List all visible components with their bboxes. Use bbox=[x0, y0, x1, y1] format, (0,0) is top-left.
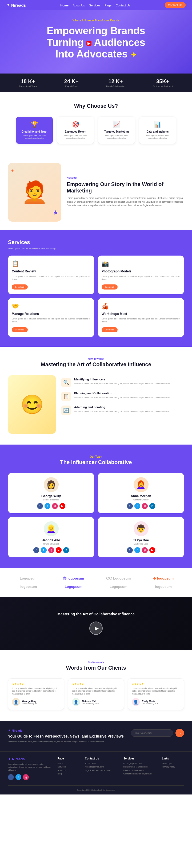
why-card-3[interactable]: 📊 Data and Insights Lorem ipsum dolor si… bbox=[139, 117, 176, 144]
service-icon-3: 🎪 bbox=[102, 303, 180, 310]
team-role-2: Brand Strategist bbox=[43, 542, 59, 545]
stat-customers: 35K+ Customers Reviewed bbox=[153, 78, 173, 87]
footer-page-blog[interactable]: Blog bbox=[57, 773, 80, 775]
logo-5: Logopsum bbox=[65, 585, 82, 589]
service-text-2: Lorem ipsum dolor sit amet, consectetur … bbox=[12, 317, 90, 323]
footer-copyright: Copyright 2023 @nireads all right reserv… bbox=[8, 789, 184, 791]
play-button[interactable]: ▶ bbox=[89, 622, 103, 635]
why-card-icon-0: 🏆 bbox=[19, 121, 50, 128]
newsletter-brand: ✦ Nireads bbox=[8, 729, 125, 732]
about-image: 🧑‍🦰 ★ ✦ bbox=[8, 163, 61, 222]
service-btn-3[interactable]: See detail bbox=[102, 327, 118, 332]
hero-tagline: Where Influence Transforms Brands bbox=[11, 19, 181, 22]
social-fb-0[interactable]: f bbox=[37, 503, 43, 509]
service-text-1: Lorem ipsum dolor sit amet, consectetur … bbox=[102, 275, 180, 281]
testimonial-role-2: Ceo Marketing BCK bbox=[142, 703, 158, 704]
hero-line1: Empowering Brands bbox=[47, 25, 145, 36]
why-cards-container: 🏆 Credibility and Trust Lorem ipsum dolo… bbox=[8, 117, 184, 144]
service-icon-1: 📸 bbox=[102, 260, 180, 267]
nav-contact[interactable]: Contact Us bbox=[116, 4, 130, 7]
service-title-3: Workshops Meet bbox=[102, 312, 180, 316]
team-avatar-2: 👱‍♀️ bbox=[44, 521, 59, 536]
footer-service-1[interactable]: Relationship Management bbox=[123, 766, 157, 768]
social-tw-0[interactable]: t bbox=[44, 503, 50, 509]
social-ig-3[interactable]: ig bbox=[142, 547, 148, 553]
social-ig-0[interactable]: ig bbox=[52, 503, 58, 509]
logo-4: logopsum bbox=[20, 585, 37, 589]
testimonial-card-2: ★★★★★ Lorem ipsum dolor sit amet, consec… bbox=[128, 679, 184, 710]
footer: ✦ Nireads Lorem ipsum dolor sit amet, co… bbox=[0, 751, 192, 795]
why-card-1[interactable]: 🎯 Expanded Reach Lorem ipsum dolor sit a… bbox=[57, 117, 94, 144]
stat-label-3: Customers Reviewed bbox=[153, 85, 173, 87]
social-tw-1[interactable]: t bbox=[135, 503, 140, 509]
nav-page[interactable]: Page bbox=[105, 4, 111, 7]
footer-social-fb[interactable]: f bbox=[8, 774, 14, 780]
newsletter-email-input[interactable] bbox=[131, 729, 173, 737]
social-yt-2[interactable]: ▶ bbox=[56, 547, 62, 553]
why-card-title-0: Credibility and Trust bbox=[19, 130, 50, 133]
footer-page-home[interactable]: Home bbox=[57, 762, 80, 765]
how-sub-label: How it works bbox=[8, 358, 184, 360]
how-steps: 🔍 Identifying Influencers Lorem ipsum do… bbox=[61, 378, 184, 415]
footer-service-2[interactable]: Influencer Workshops bbox=[123, 769, 157, 772]
footer-page-services[interactable]: Services bbox=[57, 766, 80, 768]
navbar: ✦ Nireads Home About Us Services Page Co… bbox=[0, 0, 192, 10]
service-btn-2[interactable]: See detail bbox=[12, 327, 28, 332]
team-socials-3: f t ig ▶ bbox=[127, 547, 155, 553]
how-title: Mastering the Art of Collaborative Influ… bbox=[8, 362, 184, 368]
service-card-2: 🤝 Manage Relations Lorem ipsum dolor sit… bbox=[8, 298, 94, 337]
footer-social-ig[interactable]: ig bbox=[23, 774, 29, 780]
nav-home[interactable]: Home bbox=[60, 4, 69, 7]
team-name-2: Jennita Allo bbox=[42, 538, 60, 542]
social-yt-0[interactable]: ▶ bbox=[60, 503, 65, 509]
social-ig-1[interactable]: ig bbox=[142, 503, 148, 509]
social-ig-2[interactable]: ig bbox=[48, 547, 54, 553]
why-card-text-0: Lorem ipsum dolor sit amet consectetur a… bbox=[19, 134, 50, 140]
hero-line3: Audiences bbox=[94, 37, 145, 48]
footer-social-tw[interactable]: t bbox=[15, 774, 21, 780]
footer-contact-col: Contact Us +1 3219242 nireads@gmail.com … bbox=[85, 757, 118, 780]
newsletter-submit-button[interactable]: → bbox=[176, 729, 184, 737]
stat-label-2: Brand Collaboration bbox=[106, 85, 125, 87]
logo-0: Logopsum bbox=[20, 576, 37, 580]
social-yt-3[interactable]: ▶ bbox=[149, 547, 155, 553]
why-card-text-1: Lorem ipsum dolor sit amet consectetur a… bbox=[60, 134, 91, 140]
about-person-emoji: 🧑‍🦰 bbox=[21, 182, 48, 203]
service-text-0: Lorem ipsum dolor sit amet, consectetur … bbox=[12, 275, 90, 281]
why-section-title: Why Choose Us? bbox=[8, 103, 184, 109]
service-text-3: Lorem ipsum dolor sit amet, consectetur … bbox=[102, 317, 180, 323]
social-in-2[interactable]: in bbox=[63, 547, 69, 553]
footer-service-3[interactable]: Content Review and Approval bbox=[123, 773, 157, 775]
footer-brand-icon: ✦ bbox=[8, 757, 11, 761]
service-btn-0[interactable]: See detail bbox=[12, 284, 28, 289]
social-fb-2[interactable]: f bbox=[33, 547, 39, 553]
social-tw-3[interactable]: t bbox=[135, 547, 140, 553]
why-card-0[interactable]: 🏆 Credibility and Trust Lorem ipsum dolo… bbox=[16, 117, 53, 144]
brand-logo[interactable]: ✦ Nireads bbox=[6, 3, 26, 7]
testimonial-text-2: Lorem ipsum dolor sit amet, consectetur … bbox=[132, 687, 180, 695]
footer-link-0[interactable]: News Ups bbox=[162, 762, 184, 765]
footer-service-0[interactable]: Photograph Models bbox=[123, 762, 157, 765]
nav-services[interactable]: Services bbox=[89, 4, 100, 7]
why-card-text-2: Lorem ipsum dolor sit amet consectetur a… bbox=[101, 134, 132, 140]
nav-about[interactable]: About Us bbox=[73, 4, 85, 7]
testimonial-avatar-2: 👤 bbox=[132, 698, 140, 706]
service-btn-1[interactable]: See detail bbox=[102, 284, 118, 289]
footer-address: High Tower 407 Short Drive bbox=[85, 769, 118, 772]
team-socials-2: f t ig ▶ in bbox=[33, 547, 69, 553]
footer-link-1[interactable]: Privacy Policy bbox=[162, 766, 184, 768]
social-in-1[interactable]: in bbox=[149, 503, 155, 509]
testimonial-author-0: 👤 George Hary Two Marketing Bird bbox=[12, 698, 60, 706]
social-fb-3[interactable]: f bbox=[127, 547, 133, 553]
nav-contact-button[interactable]: Contact Us bbox=[165, 2, 186, 8]
how-step-icon-0: 🔍 bbox=[61, 378, 71, 388]
footer-page-about[interactable]: About Us bbox=[57, 769, 80, 772]
footer-links-title: Links bbox=[162, 757, 184, 760]
how-inner: 😊 🔍 Identifying Influencers Lorem ipsum … bbox=[8, 375, 184, 434]
social-tw-2[interactable]: t bbox=[41, 547, 47, 553]
logos-section: Logopsum ⓜ logopsum ⬡⬡ Logopsum ✤ logops… bbox=[0, 568, 192, 597]
services-grid: 📋 Content Review Lorem ipsum dolor sit a… bbox=[8, 255, 184, 337]
why-card-2[interactable]: 📈 Targeted Marketing Lorem ipsum dolor s… bbox=[98, 117, 135, 144]
social-fb-1[interactable]: f bbox=[127, 503, 133, 509]
testimonial-stars-2: ★★★★★ bbox=[132, 682, 180, 685]
